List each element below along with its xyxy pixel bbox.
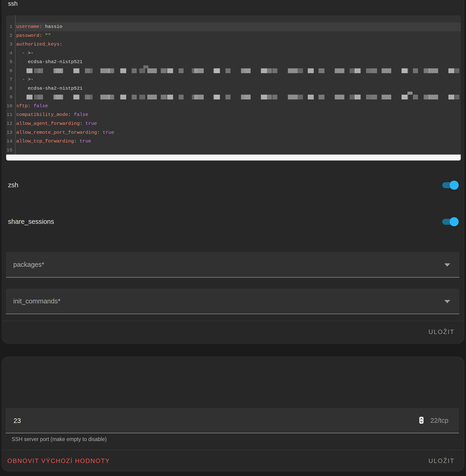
packages-select[interactable]: packages* xyxy=(6,252,459,278)
code-line: compatibility_mode: false xyxy=(16,110,461,119)
config-footer-divider xyxy=(2,321,464,321)
chevron-down-icon xyxy=(444,263,450,267)
save-button[interactable]: ULOŽIT xyxy=(429,457,454,464)
yaml-editor[interactable]: 123456789101112131415 username: hassiopa… xyxy=(6,15,461,161)
ssh-port-input[interactable] xyxy=(13,408,220,433)
code-line: ecdsa-sha2-nistp521 xyxy=(16,84,461,93)
line-number: 13 xyxy=(6,128,15,137)
line-number: 3 xyxy=(6,40,15,49)
number-stepper[interactable] xyxy=(419,417,423,424)
code-line: username: hassio xyxy=(16,23,461,31)
packages-select-label: packages* xyxy=(13,261,44,268)
port-field: 22/tcp xyxy=(6,408,459,433)
code-line: - >- xyxy=(16,75,461,84)
toggle-thumb xyxy=(450,181,459,190)
line-number: 5 xyxy=(6,58,15,67)
line-number: 9 xyxy=(6,93,15,102)
code-line: - >- xyxy=(16,49,461,58)
config-card: ssh 123456789101112131415 username: hass… xyxy=(2,0,464,344)
editor-gutter: 123456789101112131415 xyxy=(6,15,16,155)
redacted-key-blur xyxy=(26,95,459,99)
save-button[interactable]: ULOŽIT xyxy=(429,328,454,336)
line-number: 6 xyxy=(6,67,15,75)
line-number: 8 xyxy=(6,84,15,93)
zsh-toggle[interactable] xyxy=(442,181,459,190)
ssh-field-label: ssh xyxy=(8,0,18,7)
code-line xyxy=(16,93,461,102)
line-number: 11 xyxy=(6,110,15,119)
line-number: 4 xyxy=(6,49,15,58)
code-line: password: "" xyxy=(16,31,461,40)
editor-code[interactable]: username: hassiopassword: ""authorized_k… xyxy=(16,15,461,155)
chevron-down-icon xyxy=(444,300,450,303)
code-line xyxy=(16,67,461,75)
toggle-thumb xyxy=(450,217,459,226)
code-line: allow_agent_forwarding: true xyxy=(16,119,461,128)
editor-horizontal-scrollbar[interactable] xyxy=(6,155,461,161)
redacted-key-blur xyxy=(26,68,459,73)
zsh-label: zsh xyxy=(8,181,18,189)
line-number: 2 xyxy=(6,31,15,40)
line-number: 12 xyxy=(6,119,15,128)
port-helper-text: SSH server port (make empty to disable) xyxy=(12,436,106,442)
code-line: ecdsa-sha2-nistp521 xyxy=(16,58,461,67)
init-commands-select[interactable]: init_commands* xyxy=(6,289,459,314)
line-number: 15 xyxy=(6,146,15,155)
line-number: 10 xyxy=(6,102,15,111)
code-line: authorized_keys: xyxy=(16,40,461,49)
port-mapping-label: 22/tcp xyxy=(430,408,448,433)
init-commands-select-label: init_commands* xyxy=(13,297,60,305)
line-number: 1 xyxy=(6,23,15,31)
code-line: sftp: false xyxy=(16,102,461,111)
code-line: allow_remote_port_forwarding: true xyxy=(16,128,461,137)
line-number: 14 xyxy=(6,137,15,146)
reset-defaults-button[interactable]: OBNOVIT VÝCHOZÍ HODNOTY xyxy=(7,457,110,464)
share-sessions-toggle[interactable] xyxy=(442,217,459,226)
share-sessions-label: share_sessions xyxy=(8,218,54,225)
code-line xyxy=(16,146,461,155)
code-line: allow_tcp_forwarding: true xyxy=(16,137,461,146)
stepper-arrows-icon xyxy=(419,417,423,424)
line-number: 7 xyxy=(6,75,15,84)
